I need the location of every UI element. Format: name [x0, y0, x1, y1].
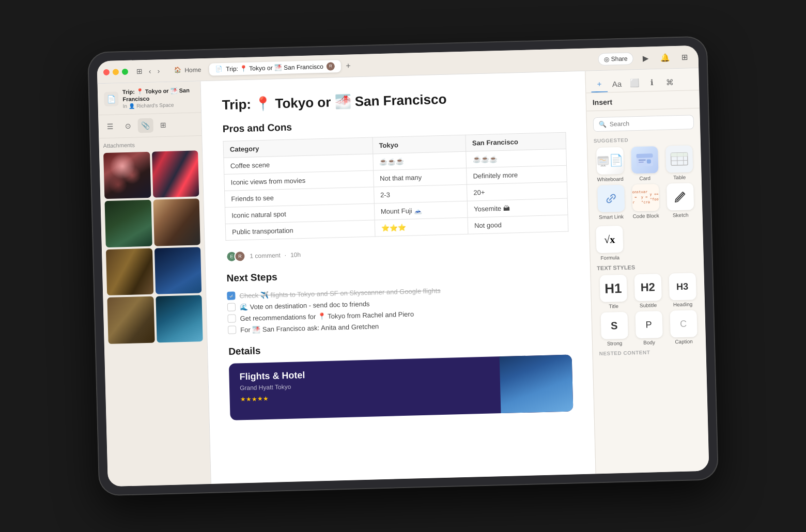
traffic-lights: [103, 68, 128, 75]
hotel-stars: ★★★★★: [240, 389, 490, 403]
table-label: Table: [673, 175, 686, 181]
photo-thumb[interactable]: [154, 247, 202, 294]
checkbox-1[interactable]: ✓: [227, 292, 235, 300]
style-h2[interactable]: H2 Subtitle: [632, 274, 664, 309]
smartlink-label: Smart Link: [599, 214, 624, 220]
shortcuts-tab[interactable]: ⌘: [661, 74, 678, 91]
search-input[interactable]: [610, 118, 688, 128]
style-body[interactable]: P Body: [632, 311, 665, 346]
comment-count[interactable]: 1 comment: [250, 252, 281, 260]
photo-thumb[interactable]: [153, 198, 200, 246]
view-toggle-button[interactable]: ⊞: [677, 50, 692, 65]
search-icon: 🔍: [599, 121, 607, 128]
share-label: Share: [611, 55, 627, 62]
add-tab-button[interactable]: +: [343, 60, 354, 71]
h1-label: Title: [609, 303, 618, 309]
main-area: 📄 Trip: 📍 Tokyo or 🌁 San Francisco In 👤 …: [98, 68, 709, 487]
style-strong[interactable]: S Strong: [598, 312, 630, 347]
photo-thumb[interactable]: [103, 151, 151, 199]
insert-card[interactable]: Card: [628, 146, 661, 182]
caption-char: C: [680, 318, 687, 329]
comment-bar: E R 1 comment · 10h: [226, 242, 569, 262]
body-box: P: [635, 311, 662, 338]
checkbox-3[interactable]: [227, 315, 236, 323]
whiteboard-icon: [596, 147, 624, 175]
notification-button[interactable]: 🔔: [658, 50, 673, 65]
avatar-2: R: [234, 251, 246, 262]
tab-home[interactable]: 🏠 Home: [168, 64, 208, 76]
svg-line-14: [671, 161, 687, 161]
comment-time: 10h: [290, 251, 301, 259]
avatar: R: [327, 62, 335, 70]
insert-table[interactable]: Table: [663, 145, 695, 181]
h3-char: H3: [676, 281, 689, 292]
grid-view-button[interactable]: ⊞: [155, 117, 171, 132]
style-h1[interactable]: H1 Title: [597, 275, 630, 310]
left-sidebar: 📄 Trip: 📍 Tokyo or 🌁 San Francisco In 👤 …: [98, 81, 211, 487]
card-embed[interactable]: Flights & Hotel Grand Hyatt Tokyo ★★★★★: [229, 355, 574, 420]
insert-codeblock[interactable]: const x = cr var y = "cra y += "foo" Cod…: [629, 184, 662, 220]
photo-thumb[interactable]: [107, 296, 154, 344]
h3-label: Heading: [673, 301, 693, 307]
doc-header: 📄 Trip: 📍 Tokyo or 🌁 San Francisco In 👤 …: [98, 81, 202, 115]
checklist-text: 🌊 Vote on destination - send doc to frie…: [240, 300, 370, 311]
title-bar-actions: ◎ Share ▶ 🔔 ⊞: [598, 50, 692, 67]
insert-tab[interactable]: +: [591, 76, 608, 93]
style-h3[interactable]: H3 Heading: [667, 273, 699, 308]
svg-rect-17: [683, 153, 687, 157]
search-box[interactable]: 🔍: [593, 115, 694, 132]
insert-smartlink[interactable]: Smart Link: [595, 185, 627, 221]
h2-label: Subtitle: [640, 302, 657, 308]
insert-header: Insert: [586, 90, 700, 112]
doc-info: Trip: 📍 Tokyo or 🌁 San Francisco In 👤 Ri…: [122, 86, 195, 108]
svg-rect-7: [638, 160, 645, 161]
codeblock-icon-box: const x = cr var y = "cra y += "foo": [632, 184, 659, 211]
tab-trip[interactable]: 📄 Trip: 📍 Tokyo or 🌁 San Francisco R: [209, 60, 341, 76]
formula-icon-box: √x: [596, 226, 623, 253]
info-tab[interactable]: ℹ: [643, 74, 660, 91]
suggested-label: SUGGESTED: [594, 135, 694, 144]
svg-rect-6: [636, 153, 653, 158]
doc-icon-box: 📄: [104, 91, 119, 106]
whiteboard-label: Whiteboard: [597, 176, 624, 182]
card-icon-box: [631, 146, 658, 174]
card-content: Flights & Hotel Grand Hyatt Tokyo ★★★★★: [229, 356, 501, 420]
list-view-button[interactable]: ☰: [102, 119, 118, 134]
strong-box: S: [600, 312, 628, 339]
card-label: Card: [639, 175, 650, 181]
strong-label: Strong: [607, 340, 623, 347]
photo-thumb[interactable]: [105, 200, 152, 247]
svg-rect-1: [597, 157, 608, 159]
share-button[interactable]: ◎ Share: [598, 52, 633, 66]
minimize-button[interactable]: [113, 69, 119, 75]
photo-thumb[interactable]: [106, 248, 153, 295]
h3-box: H3: [669, 273, 696, 300]
svg-rect-9: [646, 159, 650, 163]
attachments-button[interactable]: 📎: [137, 118, 153, 133]
back-icon[interactable]: ‹: [147, 66, 153, 76]
style-caption[interactable]: C Caption: [667, 310, 700, 345]
attachments-label: Attachments: [103, 140, 198, 149]
history-button[interactable]: ⊙: [120, 118, 136, 133]
space-name: Richard's Space: [136, 102, 174, 108]
format-tab[interactable]: Aa: [608, 75, 625, 92]
insert-whiteboard[interactable]: Whiteboard: [594, 147, 626, 183]
play-button[interactable]: ▶: [638, 51, 653, 66]
forward-icon[interactable]: ›: [155, 66, 162, 76]
checkbox-4[interactable]: [228, 325, 236, 334]
caption-box: C: [670, 310, 697, 337]
photo-thumb[interactable]: [156, 295, 203, 342]
document-area: Trip: 📍 Tokyo or 🌁 San Francisco Pros an…: [200, 71, 595, 484]
insert-formula[interactable]: √x Formula: [596, 226, 624, 261]
sidebar-toggle-icon[interactable]: ⊞: [134, 66, 145, 76]
maximize-button[interactable]: [122, 68, 128, 74]
comparison-table: Category Tokyo San Francisco Coffee scen…: [223, 132, 569, 241]
svg-rect-8: [638, 162, 643, 163]
share-icon: ◎: [603, 55, 609, 62]
checkbox-2[interactable]: [227, 303, 236, 311]
close-button[interactable]: [103, 69, 110, 75]
text-styles-label: TEXT STYLES: [597, 262, 698, 271]
media-tab[interactable]: ⬜: [626, 75, 643, 92]
insert-sketch[interactable]: Sketch: [664, 183, 696, 218]
photo-thumb[interactable]: [152, 150, 199, 198]
